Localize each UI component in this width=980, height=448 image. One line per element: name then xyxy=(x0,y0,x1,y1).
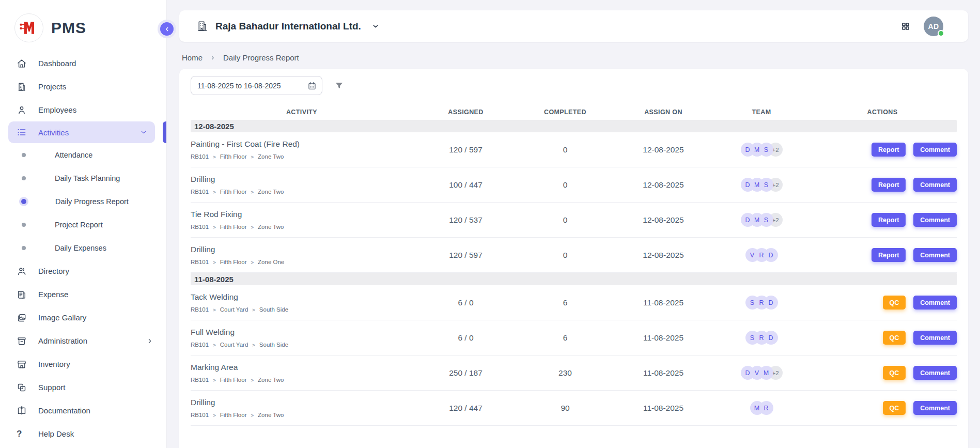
actions-cell: ReportComment xyxy=(808,143,957,157)
column-header-assign-on: Assign On xyxy=(612,109,715,116)
path-segment: RB101 xyxy=(191,259,209,265)
report-button[interactable]: Report xyxy=(872,143,906,157)
team-avatars: DMS+2 xyxy=(741,143,783,157)
app-title: PMS xyxy=(51,19,86,37)
sidebar-item-label: Image Gallary xyxy=(38,313,154,322)
sidebar-subitem-label: Daily Progress Report xyxy=(55,197,129,206)
sidebar-item-dashboard[interactable]: Dashboard xyxy=(0,52,166,75)
date-group-header: 11-08-2025 xyxy=(191,273,957,285)
sidebar-item-label: Administration xyxy=(38,336,134,345)
company-selector[interactable]: Raja Bahadur International Ltd. xyxy=(196,20,380,32)
assign-on-value: 12-08-2025 xyxy=(612,180,715,190)
report-button[interactable]: Report xyxy=(872,178,906,192)
sidebar-item-administration[interactable]: Administration xyxy=(0,329,166,352)
path-segment: Fifth Floor xyxy=(220,189,247,195)
completed-value: 0 xyxy=(519,215,612,225)
table-body: 12-08-2025Painting - First Coat (Fire Re… xyxy=(191,120,957,426)
app-logo[interactable]: PMS xyxy=(0,0,166,45)
actions-cell: ReportComment xyxy=(808,178,957,192)
breadcrumb-home-link[interactable]: Home xyxy=(182,53,203,62)
breadcrumb-current: Daily Progress Report xyxy=(223,53,299,62)
active-bullet-icon xyxy=(21,199,26,204)
actions-cell: ReportComment xyxy=(808,213,957,227)
comment-button[interactable]: Comment xyxy=(913,296,957,310)
sidebar-subitem-daily-task-planning[interactable]: Daily Task Planning xyxy=(0,166,166,190)
activity-cell: Marking AreaRB101>Fifth Floor>Zone Two xyxy=(191,363,413,383)
report-button[interactable]: Report xyxy=(872,213,906,227)
report-button[interactable]: Report xyxy=(872,248,906,262)
sidebar-collapse-button[interactable] xyxy=(160,22,174,36)
completed-value: 0 xyxy=(519,145,612,155)
team-avatars: SRD xyxy=(745,296,778,310)
sidebar-subitem-label: Daily Task Planning xyxy=(55,174,120,182)
chevron-right-icon: > xyxy=(251,154,254,160)
team-member-avatar: V xyxy=(745,248,759,262)
comment-button[interactable]: Comment xyxy=(913,213,957,227)
comment-button[interactable]: Comment xyxy=(913,366,957,380)
team-cell: MR xyxy=(715,401,808,415)
activity-title: Painting - First Coat (Fire Red) xyxy=(191,140,408,149)
qc-button[interactable]: QC xyxy=(883,296,906,310)
path-segment: Zone Two xyxy=(258,189,284,195)
sidebar-item-expense[interactable]: Expense xyxy=(0,283,166,306)
comment-button[interactable]: Comment xyxy=(913,331,957,345)
sidebar-item-employees[interactable]: Employees xyxy=(0,98,166,121)
table-row: Painting - First Coat (Fire Red)RB101>Fi… xyxy=(191,132,957,167)
chevron-right-icon: > xyxy=(251,259,254,265)
sidebar-subitem-attendance[interactable]: Attendance xyxy=(0,143,166,166)
activity-title: Tack Welding xyxy=(191,292,408,302)
sidebar-subitem-project-report[interactable]: Project Report xyxy=(0,213,166,236)
comment-button[interactable]: Comment xyxy=(913,143,957,157)
assigned-value: 100 / 447 xyxy=(413,180,519,190)
sidebar-subitem-daily-expenses[interactable]: Daily Expenses xyxy=(0,236,166,259)
team-member-avatar: D xyxy=(741,143,755,157)
sidebar-item-label: Employees xyxy=(38,105,154,114)
team-cell: DMS+2 xyxy=(715,213,808,227)
sidebar-item-projects[interactable]: Projects xyxy=(0,75,166,98)
team-avatars: DMS+2 xyxy=(741,178,783,192)
online-status-dot xyxy=(938,30,944,37)
assign-on-value: 12-08-2025 xyxy=(612,145,715,155)
path-segment: South Side xyxy=(259,306,288,313)
activity-location-path: RB101>Fifth Floor>Zone One xyxy=(191,259,408,265)
assign-on-value: 11-08-2025 xyxy=(612,368,715,378)
comment-button[interactable]: Comment xyxy=(913,401,957,415)
path-segment: Zone Two xyxy=(258,412,284,418)
table-row: DrillingRB101>Fifth Floor>Zone One120 / … xyxy=(191,238,957,273)
chevron-down-icon xyxy=(371,22,380,30)
comment-button[interactable]: Comment xyxy=(913,248,957,262)
sidebar-item-documentation[interactable]: Documentation xyxy=(0,399,166,422)
actions-cell: QCComment xyxy=(808,296,957,310)
sidebar-subitem-daily-progress-report[interactable]: Daily Progress Report xyxy=(0,190,166,213)
user-avatar[interactable]: AD xyxy=(924,17,943,36)
qc-button[interactable]: QC xyxy=(883,366,906,380)
sidebar-item-image-gallary[interactable]: Image Gallary xyxy=(0,306,166,329)
assigned-value: 6 / 0 xyxy=(413,333,519,343)
qc-button[interactable]: QC xyxy=(883,331,906,345)
team-member-avatar: S xyxy=(745,296,759,310)
comment-button[interactable]: Comment xyxy=(913,178,957,192)
path-segment: Fifth Floor xyxy=(220,153,247,160)
sidebar-item-help-desk[interactable]: ?Help Desk xyxy=(0,422,166,445)
sidebar-nav: DashboardProjectsEmployeesActivitiesAtte… xyxy=(0,45,166,445)
bullet-icon xyxy=(22,176,26,180)
sidebar-item-inventory[interactable]: Inventory xyxy=(0,352,166,376)
sidebar-item-activities[interactable]: Activities xyxy=(8,121,155,143)
receipt-icon xyxy=(17,289,27,300)
date-range-input[interactable] xyxy=(197,82,303,90)
logo-mark-icon xyxy=(14,13,43,42)
activity-location-path: RB101>Court Yard>South Side xyxy=(191,342,408,348)
path-segment: Zone One xyxy=(258,259,284,265)
sidebar-item-support[interactable]: Support xyxy=(0,376,166,399)
activity-cell: DrillingRB101>Fifth Floor>Zone One xyxy=(191,245,413,265)
building-icon xyxy=(17,82,27,92)
activity-location-path: RB101>Fifth Floor>Zone Two xyxy=(191,377,408,383)
date-range-field[interactable] xyxy=(191,76,322,95)
qc-button[interactable]: QC xyxy=(883,401,906,415)
filter-button[interactable] xyxy=(334,81,344,90)
team-avatars: VRD xyxy=(745,248,778,262)
sidebar-item-directory[interactable]: Directory xyxy=(0,259,166,283)
apps-grid-button[interactable] xyxy=(901,22,910,31)
completed-value: 0 xyxy=(519,180,612,190)
table-row: Marking AreaRB101>Fifth Floor>Zone Two25… xyxy=(191,356,957,391)
